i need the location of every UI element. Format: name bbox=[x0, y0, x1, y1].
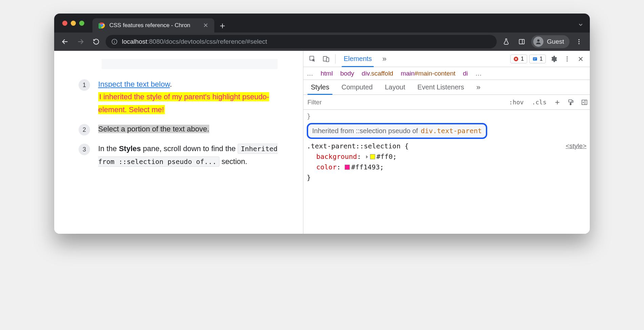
info-count: 1 bbox=[540, 56, 543, 62]
closing-brace: } bbox=[307, 111, 586, 122]
close-window-button[interactable] bbox=[62, 21, 67, 26]
breadcrumb-item[interactable]: html bbox=[321, 70, 333, 77]
css-rule: <style> .text-parent::selection { backgr… bbox=[307, 141, 586, 183]
svg-point-12 bbox=[578, 43, 579, 44]
maximize-window-button[interactable] bbox=[79, 21, 84, 26]
inherited-from-header[interactable]: Inherited from ::selection pseudo of div… bbox=[307, 123, 487, 139]
highlighted-text[interactable]: I inherited the style of my parent's hig… bbox=[98, 92, 269, 114]
styles-filter-row: :hov .cls + bbox=[303, 95, 590, 110]
more-subtabs-icon[interactable]: » bbox=[471, 80, 486, 95]
inspect-link[interactable]: Inspect the text below bbox=[98, 80, 170, 88]
expand-icon[interactable] bbox=[366, 155, 368, 159]
breadcrumb-ellipsis[interactable]: … bbox=[475, 70, 482, 77]
info-badge[interactable]: 1 bbox=[529, 55, 546, 63]
svg-point-9 bbox=[537, 39, 540, 42]
svg-point-22 bbox=[566, 60, 567, 61]
subtab-layout[interactable]: Layout bbox=[380, 80, 411, 95]
panel-icon[interactable] bbox=[516, 36, 528, 48]
svg-point-21 bbox=[566, 58, 567, 59]
svg-point-10 bbox=[578, 39, 579, 40]
subtab-event-listeners[interactable]: Event Listeners bbox=[412, 80, 470, 95]
error-badge[interactable]: 1 bbox=[510, 55, 527, 63]
svg-rect-15 bbox=[326, 58, 329, 62]
toggle-sidebar-icon[interactable] bbox=[579, 97, 590, 108]
filter-input[interactable] bbox=[307, 99, 503, 106]
new-tab-button[interactable]: ＋ bbox=[216, 19, 229, 32]
back-button[interactable] bbox=[59, 36, 71, 48]
source-link[interactable]: <style> bbox=[566, 141, 586, 151]
svg-rect-17 bbox=[533, 57, 537, 60]
site-info-icon[interactable] bbox=[111, 38, 118, 45]
more-tabs-icon[interactable]: » bbox=[379, 53, 390, 65]
step-number: 2 bbox=[79, 124, 90, 136]
svg-point-11 bbox=[578, 41, 579, 42]
inherit-label: Inherited from ::selection pseudo of bbox=[312, 126, 418, 136]
inherit-selector[interactable]: div.text-parent bbox=[421, 126, 482, 136]
color-swatch[interactable] bbox=[345, 165, 350, 170]
step-body: Inspect the text below. I inherited the … bbox=[98, 78, 297, 116]
devtools-toolbar: Elements » 1 1 bbox=[303, 51, 590, 67]
info-icon bbox=[532, 56, 538, 62]
labs-icon[interactable] bbox=[500, 36, 512, 48]
forward-button[interactable] bbox=[74, 36, 87, 48]
styles-subtabs: Styles Computed Layout Event Listeners » bbox=[303, 80, 590, 95]
declaration[interactable]: background: #ff0; bbox=[307, 151, 586, 162]
close-devtools-icon[interactable] bbox=[575, 53, 586, 65]
svg-rect-7 bbox=[519, 39, 524, 44]
list-item: 1 Inspect the text below. I inherited th… bbox=[79, 78, 297, 116]
settings-icon[interactable] bbox=[548, 53, 559, 65]
svg-rect-25 bbox=[568, 100, 572, 102]
hov-toggle[interactable]: :hov bbox=[506, 99, 526, 106]
error-count: 1 bbox=[521, 56, 524, 62]
subtab-computed[interactable]: Computed bbox=[336, 80, 378, 95]
device-toggle-icon[interactable] bbox=[320, 53, 332, 65]
url-text: localhost:8080/docs/devtools/css/referen… bbox=[122, 38, 267, 45]
breadcrumb-item[interactable]: di bbox=[463, 70, 468, 77]
close-tab-icon[interactable]: ✕ bbox=[203, 22, 208, 29]
closing-brace: } bbox=[307, 172, 586, 183]
property-value: #ff1493 bbox=[351, 163, 380, 171]
new-style-rule-icon[interactable]: + bbox=[552, 97, 563, 108]
reload-button[interactable] bbox=[90, 36, 102, 48]
devtools-menu-icon[interactable] bbox=[561, 53, 573, 65]
dom-breadcrumb[interactable]: … html body div.scaffold main#main-conte… bbox=[303, 67, 590, 80]
svg-point-20 bbox=[566, 56, 567, 57]
svg-rect-26 bbox=[570, 103, 571, 105]
breadcrumb-ellipsis[interactable]: … bbox=[307, 70, 313, 77]
steps-list: 1 Inspect the text below. I inherited th… bbox=[79, 78, 297, 168]
breadcrumb-item[interactable]: main#main-content bbox=[401, 70, 455, 77]
property-name: color bbox=[316, 163, 337, 171]
step-body: In the Styles pane, scroll down to find … bbox=[98, 142, 297, 168]
tab-elements[interactable]: Elements bbox=[339, 51, 377, 67]
window-controls bbox=[58, 14, 92, 33]
tab-strip: CSS features reference - Chron ✕ ＋ bbox=[54, 14, 590, 33]
profile-chip[interactable]: Guest bbox=[531, 35, 570, 48]
rule-selector[interactable]: .text-parent::selection { bbox=[307, 141, 586, 151]
styles-bold: Styles bbox=[119, 144, 141, 153]
svg-point-6 bbox=[114, 40, 115, 41]
breadcrumb-item[interactable]: body bbox=[340, 70, 354, 77]
step2-text: Select a portion of the text above. bbox=[98, 125, 209, 133]
color-swatch[interactable] bbox=[370, 154, 375, 159]
chrome-favicon-icon bbox=[99, 22, 105, 29]
minimize-window-button[interactable] bbox=[71, 21, 76, 26]
paint-icon[interactable] bbox=[565, 97, 576, 108]
devtools-panel: Elements » 1 1 bbox=[303, 51, 590, 234]
browser-window: CSS features reference - Chron ✕ ＋ local… bbox=[54, 14, 590, 234]
content-area: 1 Inspect the text below. I inherited th… bbox=[54, 51, 590, 234]
tabs-chevron-icon[interactable] bbox=[578, 22, 584, 28]
svg-rect-18 bbox=[534, 58, 536, 59]
browser-menu-icon[interactable] bbox=[573, 36, 585, 48]
list-item: 2 Select a portion of the text above. bbox=[79, 123, 297, 136]
declaration[interactable]: color: #ff1493; bbox=[307, 162, 586, 172]
address-bar[interactable]: localhost:8080/docs/devtools/css/referen… bbox=[106, 35, 497, 48]
cls-toggle[interactable]: .cls bbox=[529, 99, 549, 106]
browser-toolbar: localhost:8080/docs/devtools/css/referen… bbox=[54, 33, 590, 51]
property-name: background bbox=[316, 152, 357, 161]
breadcrumb-item[interactable]: div.scaffold bbox=[362, 70, 393, 77]
list-item: 3 In the Styles pane, scroll down to fin… bbox=[79, 142, 297, 168]
browser-tab[interactable]: CSS features reference - Chron ✕ bbox=[92, 18, 214, 33]
subtab-styles[interactable]: Styles bbox=[305, 80, 335, 95]
inspect-element-icon[interactable] bbox=[307, 53, 318, 65]
step-body: Select a portion of the text above. bbox=[98, 123, 297, 136]
